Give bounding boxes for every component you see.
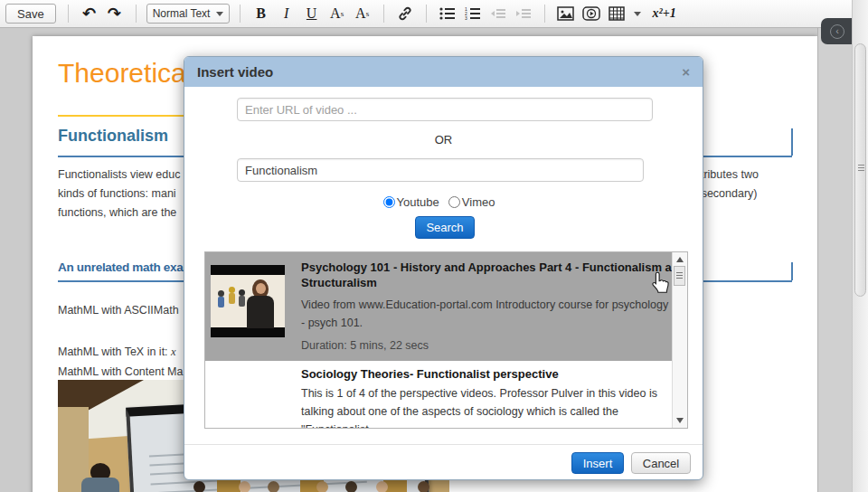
paragraph-format-dropdown[interactable]: Normal Text — [146, 4, 230, 24]
result-item-sociology-theories[interactable]: Sociology Theories- Functionalist perspe… — [205, 361, 674, 429]
result-item-psychology-101[interactable]: Psychology 101 - History and Approaches … — [205, 252, 674, 361]
main-scrollbar[interactable] — [852, 0, 868, 492]
table-dropdown-caret[interactable] — [630, 3, 645, 24]
save-button[interactable]: Save — [5, 4, 56, 24]
math-heading-divider-tick — [791, 262, 793, 280]
scroll-down-icon[interactable] — [676, 418, 684, 423]
search-button[interactable]: Search — [415, 216, 475, 239]
svg-text:3: 3 — [465, 15, 467, 21]
result-title: Psychology 101 - History and Approaches … — [301, 260, 686, 290]
document-title: Theoretica — [58, 58, 186, 89]
result-title: Sociology Theories- Functionalist perspe… — [301, 366, 559, 382]
superscript-button[interactable]: As — [326, 3, 349, 24]
results-scrollbar[interactable] — [672, 252, 687, 428]
bold-button[interactable]: B — [250, 3, 273, 24]
sidebar-collapse-tab[interactable]: ‹ — [821, 18, 854, 44]
main-scrollbar-thumb[interactable] — [854, 43, 866, 297]
right-panel-gutter — [817, 28, 852, 492]
insert-table-icon[interactable] — [605, 3, 628, 24]
undo-icon[interactable]: ↶ — [78, 3, 101, 24]
video-search-input[interactable] — [237, 158, 644, 182]
subscript-button[interactable]: As — [351, 3, 374, 24]
insert-image-icon[interactable] — [554, 3, 578, 24]
video-source-radios: Youtube Vimeo — [184, 195, 703, 209]
dialog-title: Insert video — [197, 64, 682, 80]
collapse-chevron-icon: ‹ — [830, 24, 844, 39]
vimeo-radio[interactable] — [448, 196, 460, 208]
math-example-heading: An unrelated math exam — [58, 260, 193, 274]
paragraph-left-fragment: Functionalists view educkinds of functio… — [58, 166, 180, 222]
hand-cursor-icon — [650, 271, 670, 298]
dialog-header[interactable]: Insert video × — [184, 57, 703, 87]
cancel-button[interactable]: Cancel — [631, 452, 691, 474]
video-thumbnail — [211, 265, 285, 337]
indent-icon[interactable] — [512, 3, 535, 24]
youtube-radio[interactable] — [383, 196, 395, 208]
link-icon[interactable] — [393, 3, 417, 24]
mathml-line-1: MathML with ASCIIMath — [58, 304, 182, 317]
chevron-down-icon — [216, 12, 223, 16]
footer-divider — [184, 444, 703, 445]
insert-video-icon[interactable] — [580, 3, 603, 24]
result-duration: Duration: 5 mins, 22 secs — [301, 339, 429, 352]
scrollbar-grip-icon — [858, 165, 864, 172]
scroll-up-icon[interactable] — [676, 257, 684, 262]
outdent-icon[interactable] — [486, 3, 510, 24]
close-icon[interactable]: × — [682, 64, 690, 80]
italic-button[interactable]: I — [275, 3, 298, 24]
search-results-list: Psychology 101 - History and Approaches … — [204, 251, 688, 429]
mathml-line-3: MathML with Content Ma — [58, 365, 183, 378]
editor-toolbar: Save ↶ ↷ Normal Text B I U As As 123 — [0, 0, 868, 28]
result-description: This is 1 of 4 of the perspective videos… — [301, 384, 657, 429]
insert-button[interactable]: Insert — [571, 452, 624, 474]
insert-video-dialog: Insert video × OR Youtube Vimeo Search — [184, 56, 703, 480]
paragraph-right-fragment: ntributes twor secondary) — [694, 166, 759, 203]
youtube-radio-label[interactable]: Youtube — [397, 195, 439, 209]
result-description: Video from www.Education-portal.com Intr… — [301, 296, 668, 332]
underline-button[interactable]: U — [300, 3, 324, 24]
video-url-input[interactable] — [237, 98, 653, 121]
mathml-line-2: MathML with TeX in it: x — [58, 345, 176, 359]
redo-icon[interactable]: ↷ — [103, 3, 127, 24]
editor-app: Theoretica Functionalism Functionalists … — [0, 0, 868, 492]
heading-divider-tick — [791, 128, 793, 156]
scrollbar-grip-icon — [676, 272, 683, 280]
chevron-down-icon — [634, 12, 641, 16]
math-formula-icon[interactable]: x²+1 — [646, 3, 683, 24]
section-heading-functionalism: Functionalism — [58, 127, 168, 146]
vimeo-radio-label[interactable]: Vimeo — [462, 195, 495, 209]
ordered-list-icon[interactable]: 123 — [461, 3, 485, 24]
unordered-list-icon[interactable] — [436, 3, 459, 24]
or-label: OR — [184, 133, 703, 147]
results-scrollbar-thumb[interactable] — [674, 266, 685, 286]
